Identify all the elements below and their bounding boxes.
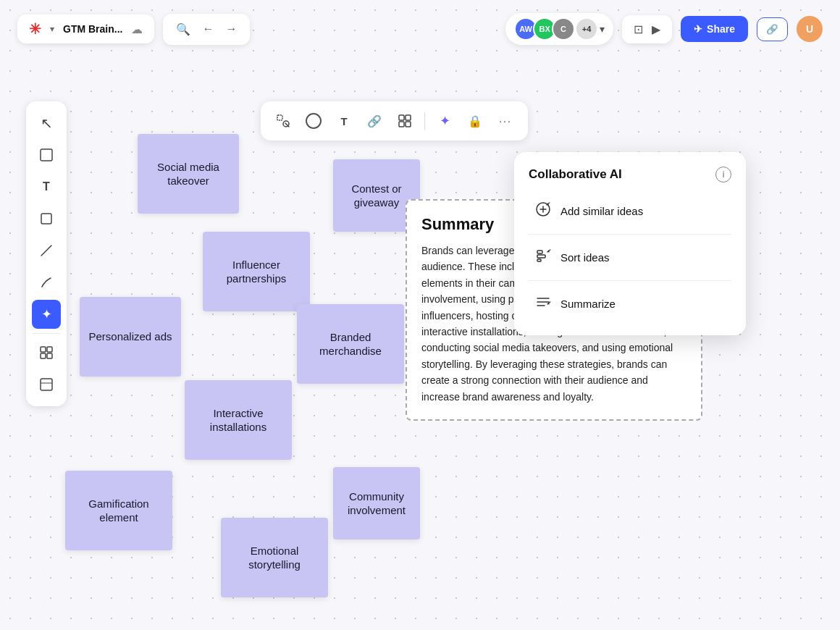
svg-rect-18: [537, 251, 542, 253]
svg-line-8: [41, 245, 51, 256]
text-tool[interactable]: T: [330, 107, 358, 135]
svg-rect-11: [41, 353, 46, 358]
play-button[interactable]: ▶: [650, 21, 662, 38]
sticky-note-text-emotional: Emotional storytelling: [230, 544, 319, 572]
avatar-count: +4: [576, 19, 597, 39]
grid-tool[interactable]: [32, 338, 61, 367]
ai-tool[interactable]: ✦: [32, 300, 61, 329]
frame-tool[interactable]: [32, 140, 61, 169]
collaborators-group[interactable]: AW BX C +4 ▾: [505, 13, 613, 45]
undo-button[interactable]: ←: [199, 20, 217, 38]
svg-rect-5: [406, 122, 411, 127]
app-logo: ✳: [29, 20, 41, 38]
sticky-note-social-media[interactable]: Social media takeover: [138, 134, 239, 214]
summarize-item[interactable]: Summarize: [529, 287, 731, 321]
info-icon-label: i: [723, 169, 725, 180]
avatar-dropdown-icon[interactable]: ▾: [597, 23, 605, 35]
sticky-note-gamification[interactable]: Gamification element: [65, 471, 172, 550]
cloud-save-icon[interactable]: ☁: [131, 22, 143, 36]
sticky-note-text-contest: Contest or giveaway: [342, 182, 411, 210]
breadcrumb-arrow: ▾: [50, 24, 54, 34]
search-button[interactable]: 🔍: [173, 20, 193, 39]
sticky-note-branded-merch[interactable]: Branded merchandise: [297, 304, 404, 384]
sticky-note-text-influencer: Influencer partnerships: [211, 258, 301, 286]
toolbar-section-divider: [32, 333, 61, 334]
text-tool-left[interactable]: T: [32, 172, 61, 201]
sticky-note-interactive[interactable]: Interactive installations: [185, 380, 292, 460]
svg-rect-2: [399, 115, 404, 120]
panel-divider-2: [529, 280, 731, 281]
svg-rect-9: [41, 347, 46, 352]
project-breadcrumb: ✳ ▾ GTM Brain... ☁: [17, 14, 154, 43]
svg-rect-19: [537, 255, 545, 258]
svg-rect-12: [47, 353, 52, 358]
summarize-label: Summarize: [560, 298, 616, 310]
link-button[interactable]: 🔗: [757, 17, 788, 41]
nav-controls: 🔍 ← →: [163, 14, 250, 45]
svg-rect-7: [41, 214, 51, 224]
sticky-note-text-personalized-ads: Personalized ads: [88, 329, 172, 344]
smart-select-tool[interactable]: [269, 107, 297, 135]
project-name[interactable]: GTM Brain...: [63, 23, 122, 35]
svg-rect-4: [399, 122, 404, 127]
pen-tool[interactable]: [32, 268, 61, 297]
more-options-tool[interactable]: ···: [492, 107, 519, 135]
add-similar-label: Add similar ideas: [560, 205, 643, 217]
sort-ideas-item[interactable]: Sort ideas: [529, 240, 731, 274]
svg-rect-13: [41, 379, 52, 390]
share-label: Share: [707, 23, 735, 35]
table-tool[interactable]: [391, 107, 419, 135]
share-icon: ✈: [694, 23, 702, 35]
svg-rect-6: [41, 149, 52, 161]
avatar-c: C: [552, 17, 575, 41]
toolbar-divider: [424, 112, 425, 130]
circle-shape-icon: [306, 113, 322, 129]
svg-rect-0: [277, 115, 282, 120]
sort-ideas-icon: [534, 248, 552, 267]
ai-sparkle-tool[interactable]: ✦: [431, 107, 458, 135]
frame2-tool[interactable]: [32, 370, 61, 399]
collab-ai-panel: Collaborative AI i Add similar ideas S: [514, 152, 746, 335]
sticky-note-text-gamification: Gamification element: [74, 497, 164, 525]
sticky-note-personalized-ads[interactable]: Personalized ads: [80, 297, 181, 377]
link-tool[interactable]: 🔗: [361, 107, 388, 135]
add-similar-ideas-item[interactable]: Add similar ideas: [529, 194, 731, 228]
sticky-note-text-branded-merch: Branded merchandise: [306, 330, 395, 358]
lock-tool[interactable]: 🔒: [461, 107, 489, 135]
svg-rect-20: [537, 259, 541, 261]
add-similar-icon: [534, 201, 552, 221]
present-button[interactable]: ⊡: [632, 21, 644, 38]
line-tool[interactable]: [32, 236, 61, 265]
user-avatar-button[interactable]: U: [797, 16, 823, 42]
select-tool[interactable]: ↖: [32, 109, 61, 138]
left-toolbar: ↖ T ✦: [26, 101, 67, 406]
redo-button[interactable]: →: [222, 20, 240, 38]
sticky-note-text-interactive: Interactive installations: [193, 406, 283, 434]
float-toolbar: T 🔗 ✦ 🔒 ···: [261, 101, 528, 140]
sticky-note-emotional[interactable]: Emotional storytelling: [221, 518, 328, 597]
sticky-note-influencer[interactable]: Influencer partnerships: [203, 232, 310, 311]
sort-ideas-label: Sort ideas: [560, 251, 610, 264]
present-controls: ⊡ ▶: [622, 15, 672, 43]
summarize-icon: [534, 294, 552, 314]
topbar-right: AW BX C +4 ▾ ⊡ ▶ ✈ Share 🔗 U: [505, 13, 823, 45]
sticky-note-text-social-media: Social media takeover: [146, 160, 230, 188]
share-button[interactable]: ✈ Share: [681, 16, 748, 42]
info-icon[interactable]: i: [715, 167, 731, 182]
shape-tool[interactable]: [32, 204, 61, 233]
sticky-note-community[interactable]: Community involvement: [333, 467, 420, 539]
circle-tool[interactable]: [300, 107, 327, 135]
sticky-note-text-community: Community involvement: [342, 490, 411, 518]
svg-rect-3: [406, 115, 411, 120]
panel-divider-1: [529, 234, 731, 235]
svg-rect-10: [47, 347, 52, 352]
topbar: ✳ ▾ GTM Brain... ☁ 🔍 ← → AW BX C +4 ▾ ⊡ …: [0, 0, 840, 58]
collab-ai-header: Collaborative AI i: [529, 167, 731, 182]
collab-ai-title: Collaborative AI: [529, 167, 622, 182]
